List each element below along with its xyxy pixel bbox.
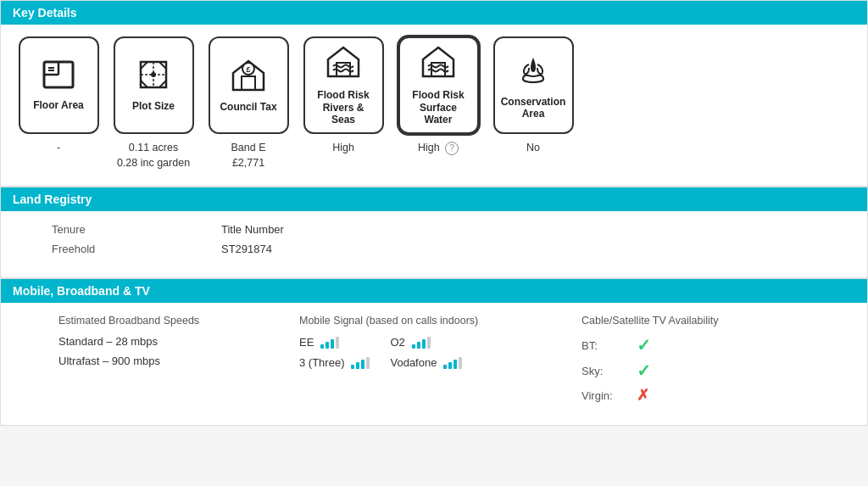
- council-tax-col: £ Council Tax Band E £2,771: [206, 36, 291, 170]
- tenure-label: Tenure: [52, 223, 221, 236]
- signal-bar-3: [361, 360, 364, 369]
- conservation-area-icon: [515, 51, 551, 91]
- mobile-broadband-title: Mobile, Broadband & TV: [13, 284, 150, 298]
- land-registry-body: Tenure Title Number Freehold ST291874: [1, 211, 867, 279]
- conservation-area-card: Conservation Area: [493, 36, 574, 134]
- three-row: 3 (Three): [299, 355, 370, 369]
- council-tax-icon: £: [230, 58, 267, 96]
- land-registry-title: Land Registry: [13, 193, 92, 206]
- plot-size-icon: [137, 59, 170, 95]
- mobile-signal-col-header: Mobile Signal (based on calls indoors): [299, 315, 558, 327]
- signal-bar-1: [443, 365, 447, 369]
- signal-left: EE 3 (Three): [299, 335, 370, 376]
- o2-row: O2: [390, 335, 462, 349]
- broadband-ultrafast-label: Ultrafast – 900 mbps: [58, 355, 160, 367]
- signal-bar-1: [320, 344, 324, 349]
- broadband-rows: Standard – 28 mbps Ultrafast – 900 mbps: [58, 335, 275, 367]
- signal-section: EE 3 (Three): [299, 335, 558, 376]
- signal-bar-4: [459, 357, 462, 369]
- o2-signal-bars: [412, 335, 431, 349]
- signal-bar-2: [448, 362, 452, 369]
- ee-signal-bars: [320, 335, 339, 349]
- signal-bar-4: [336, 337, 339, 349]
- signal-bar-2: [356, 362, 359, 369]
- bt-label: BT:: [581, 339, 628, 352]
- plot-size-card: Plot Size: [114, 36, 194, 134]
- mobile-broadband-cols: Estimated Broadband Speeds Standard – 28…: [16, 315, 852, 410]
- conservation-area-col: Conservation Area No: [491, 36, 576, 156]
- ee-label: EE: [299, 336, 314, 349]
- flood-risk-rivers-col: Flood Risk Rivers & Seas High: [301, 36, 386, 156]
- three-signal-bars: [351, 355, 370, 369]
- land-registry-header: Land Registry: [1, 187, 867, 211]
- virgin-row: Virgin: ✗: [581, 386, 840, 405]
- flood-risk-rivers-label: Flood Risk Rivers & Seas: [312, 89, 376, 126]
- title-number-label: Title Number: [221, 223, 284, 236]
- ee-row: EE: [299, 335, 370, 349]
- question-icon[interactable]: ?: [445, 142, 459, 155]
- key-details-title: Key Details: [13, 6, 76, 20]
- three-label: 3 (Three): [299, 356, 344, 369]
- signal-bar-3: [453, 360, 457, 369]
- flood-risk-surface-card: Flood Risk Surface Water: [398, 36, 479, 134]
- land-registry-row-1: Tenure Title Number: [52, 223, 852, 236]
- land-registry-row-2: Freehold ST291874: [52, 243, 852, 255]
- key-details-header: Key Details: [1, 1, 867, 25]
- flood-risk-rivers-card: Flood Risk Rivers & Seas: [303, 36, 384, 134]
- floor-area-col: Floor Area -: [16, 36, 101, 156]
- floor-area-card: Floor Area: [19, 36, 99, 134]
- broadband-standard: Standard – 28 mbps: [58, 335, 275, 348]
- bt-check-icon: ✓: [637, 335, 651, 355]
- tv-rows: BT: ✓ Sky: ✓ Virgin: ✗: [581, 335, 840, 405]
- flood-risk-surface-label: Flood Risk Surface Water: [407, 89, 470, 126]
- signal-right: O2 Vodafone: [390, 335, 462, 376]
- flood-risk-surface-icon: [420, 44, 457, 84]
- sky-label: Sky:: [581, 365, 628, 377]
- svg-point-8: [151, 72, 156, 77]
- mobile-broadband-header: Mobile, Broadband & TV: [1, 279, 867, 303]
- tv-col: Cable/Satellite TV Availability BT: ✓ Sk…: [570, 315, 852, 410]
- signal-bar-1: [351, 365, 354, 369]
- virgin-label: Virgin:: [581, 389, 628, 402]
- floor-area-icon: [42, 59, 75, 94]
- plot-size-label: Plot Size: [132, 100, 175, 112]
- flood-risk-rivers-icon: [325, 44, 362, 84]
- mobile-broadband-body: Estimated Broadband Speeds Standard – 28…: [1, 303, 867, 425]
- signal-bar-4: [427, 337, 431, 349]
- o2-label: O2: [390, 336, 404, 349]
- signal-bar-4: [366, 357, 370, 369]
- floor-area-value: -: [57, 141, 60, 156]
- key-details-cards: Floor Area -: [16, 36, 852, 170]
- tv-col-header: Cable/Satellite TV Availability: [581, 315, 840, 327]
- signal-bar-2: [326, 342, 329, 349]
- council-tax-value: Band E £2,771: [231, 141, 265, 170]
- signal-bar-1: [412, 344, 415, 349]
- flood-risk-rivers-value: High: [332, 141, 354, 156]
- signal-bar-3: [422, 339, 426, 349]
- council-tax-label: Council Tax: [220, 101, 276, 113]
- signal-bar-2: [417, 342, 420, 349]
- council-tax-card: £ Council Tax: [209, 36, 289, 134]
- title-number-value: ST291874: [221, 243, 272, 255]
- flood-risk-surface-value: High ?: [418, 141, 459, 156]
- flood-risk-surface-col: Flood Risk Surface Water High ?: [396, 36, 481, 156]
- sky-row: Sky: ✓: [581, 360, 840, 381]
- svg-text:£: £: [246, 65, 250, 74]
- freehold-label: Freehold: [52, 243, 221, 255]
- conservation-area-value: No: [526, 141, 540, 156]
- mobile-signal-col: Mobile Signal (based on calls indoors) E…: [287, 315, 570, 410]
- broadband-ultrafast: Ultrafast – 900 mbps: [58, 355, 275, 367]
- sky-check-icon: ✓: [637, 360, 651, 381]
- broadband-standard-label: Standard – 28 mbps: [58, 335, 158, 348]
- svg-rect-10: [242, 76, 255, 90]
- vodafone-signal-bars: [443, 355, 462, 369]
- conservation-area-label: Conservation Area: [501, 96, 566, 120]
- plot-size-value: 0.11 acres 0.28 inc garden: [117, 141, 190, 170]
- bt-row: BT: ✓: [581, 335, 840, 355]
- virgin-cross-icon: ✗: [637, 386, 649, 405]
- vodafone-label: Vodafone: [390, 356, 437, 369]
- signal-bar-3: [331, 339, 334, 349]
- broadband-col-header: Estimated Broadband Speeds: [58, 315, 275, 327]
- floor-area-label: Floor Area: [33, 99, 84, 111]
- vodafone-row: Vodafone: [390, 355, 462, 369]
